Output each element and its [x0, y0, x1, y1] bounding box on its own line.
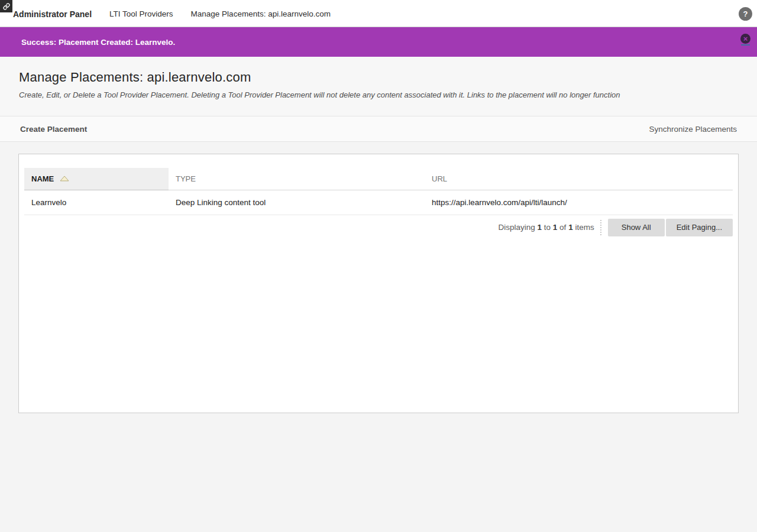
pagination-total: 1	[568, 223, 573, 232]
table-row[interactable]: Learnvelo Deep Linking content tool http…	[24, 190, 733, 215]
show-all-button[interactable]: Show All	[608, 219, 665, 236]
column-header-url: URL	[425, 168, 733, 190]
success-message: Success: Placement Created: Learnvelo.	[21, 38, 175, 47]
pagination-divider	[600, 220, 601, 235]
content-area: NAME TYPE URL Learnvelo Deep Linking con…	[0, 142, 757, 413]
sort-ascending-icon	[60, 176, 69, 181]
column-header-name[interactable]: NAME	[24, 168, 169, 190]
success-banner: Success: Placement Created: Learnvelo. ×	[0, 27, 757, 57]
pagination-start: 1	[538, 223, 542, 232]
page-description: Create, Edit, or Delete a Tool Provider …	[19, 90, 738, 99]
top-bar: Administrator Panel LTI Tool Providers M…	[0, 0, 757, 27]
pagination-of-word: of	[559, 223, 566, 232]
pagination-bar: Displaying 1 to 1 of 1 items Show All Ed…	[24, 219, 733, 236]
close-icon[interactable]: ×	[740, 34, 750, 44]
placement-name-cell: Learnvelo	[24, 190, 169, 215]
placements-panel: NAME TYPE URL Learnvelo Deep Linking con…	[18, 154, 739, 413]
pagination-summary: Displaying 1 to 1 of 1 items	[498, 223, 594, 232]
column-header-type: TYPE	[169, 168, 425, 190]
breadcrumb-manage-placements: Manage Placements: api.learnvelo.com	[191, 9, 331, 18]
edit-paging-button[interactable]: Edit Paging...	[666, 219, 733, 236]
table-header-row: NAME TYPE URL	[24, 168, 733, 190]
pagination-displaying-word: Displaying	[498, 223, 535, 232]
breadcrumb-admin-panel[interactable]: Administrator Panel	[13, 9, 92, 19]
quick-link-button[interactable]	[0, 0, 12, 12]
placement-type-cell: Deep Linking content tool	[169, 190, 425, 215]
pagination-items-word: items	[575, 223, 594, 232]
column-header-name-label: NAME	[31, 174, 54, 183]
synchronize-placements-button[interactable]: Synchronize Placements	[649, 125, 737, 134]
page-header: Manage Placements: api.learnvelo.com Cre…	[0, 57, 757, 116]
breadcrumb-lti-tool-providers[interactable]: LTI Tool Providers	[109, 9, 173, 18]
help-icon[interactable]: ?	[739, 7, 752, 21]
link-icon	[3, 3, 10, 10]
placements-table: NAME TYPE URL Learnvelo Deep Linking con…	[24, 168, 733, 215]
breadcrumb: Administrator Panel LTI Tool Providers M…	[13, 8, 331, 19]
pagination-end: 1	[553, 223, 558, 232]
pagination-to-word: to	[544, 223, 551, 232]
page-title: Manage Placements: api.learnvelo.com	[19, 70, 738, 85]
action-bar: Create Placement Synchronize Placements	[0, 116, 757, 142]
placement-url-cell: https://api.learnvelo.com/api/lti/launch…	[425, 190, 733, 215]
create-placement-button[interactable]: Create Placement	[20, 125, 87, 134]
